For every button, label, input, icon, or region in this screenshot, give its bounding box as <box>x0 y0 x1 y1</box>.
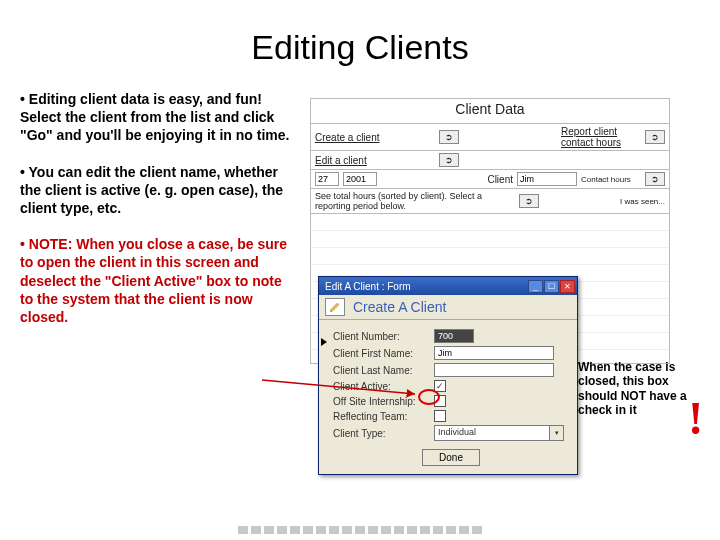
go-button-lookup[interactable] <box>645 172 665 186</box>
thumb[interactable] <box>407 526 417 534</box>
create-client-link[interactable]: Create a client <box>315 132 435 143</box>
first-name-field[interactable] <box>434 346 554 360</box>
bullet-2: • You can edit the client name, whether … <box>20 163 295 218</box>
last-name-field[interactable] <box>434 363 554 377</box>
thumb[interactable] <box>303 526 313 534</box>
label-first-name: Client First Name: <box>333 348 428 359</box>
exclamation-icon: ! <box>688 392 703 445</box>
thumb[interactable] <box>329 526 339 534</box>
thumb[interactable] <box>368 526 378 534</box>
thumb[interactable] <box>355 526 365 534</box>
go-button-edit[interactable] <box>439 153 459 167</box>
was-seen-label: I was seen... <box>620 197 665 206</box>
form-body: Client Number: Client First Name: Client… <box>319 320 577 474</box>
period-field-1[interactable] <box>315 172 339 186</box>
close-icon[interactable]: ✕ <box>560 280 575 293</box>
thumb[interactable] <box>446 526 456 534</box>
thumb[interactable] <box>251 526 261 534</box>
offsite-checkbox[interactable] <box>434 395 446 407</box>
form-heading: Create A Client <box>353 299 446 315</box>
thumb[interactable] <box>264 526 274 534</box>
label-reflecting: Reflecting Team: <box>333 411 428 422</box>
bullet-note: • NOTE: When you close a case, be sure t… <box>20 235 295 326</box>
thumb[interactable] <box>433 526 443 534</box>
thumb[interactable] <box>381 526 391 534</box>
chevron-down-icon[interactable]: ▾ <box>549 426 563 440</box>
contact-hours-label: Contact hours <box>581 175 641 184</box>
see-total-text: See total hours (sorted by client). Sele… <box>315 191 515 211</box>
done-button[interactable]: Done <box>422 449 480 466</box>
maximize-icon[interactable]: ☐ <box>544 280 559 293</box>
edit-client-link[interactable]: Edit a client <box>315 155 435 166</box>
label-client-number: Client Number: <box>333 331 428 342</box>
thumb[interactable] <box>238 526 248 534</box>
thumb[interactable] <box>394 526 404 534</box>
label-offsite: Off Site Internship: <box>333 396 428 407</box>
thumb[interactable] <box>459 526 469 534</box>
bullet-1: • Editing client data is easy, and fun! … <box>20 90 295 145</box>
edit-client-window: Edit A Client : Form _ ☐ ✕ Create A Clie… <box>318 276 578 475</box>
go-button-report[interactable] <box>645 130 665 144</box>
report-hours-link[interactable]: Report client contact hours <box>561 126 641 148</box>
client-number-field[interactable] <box>434 329 474 343</box>
client-select[interactable] <box>517 172 577 186</box>
thumb[interactable] <box>420 526 430 534</box>
thumb[interactable] <box>290 526 300 534</box>
go-button-create[interactable] <box>439 130 459 144</box>
label-client-type: Client Type: <box>333 428 428 439</box>
thumb[interactable] <box>277 526 287 534</box>
go-button-total[interactable] <box>519 194 539 208</box>
window-titlebar[interactable]: Edit A Client : Form _ ☐ ✕ <box>319 277 577 295</box>
thumb[interactable] <box>342 526 352 534</box>
page-title: Editing Clients <box>0 28 720 67</box>
pencil-icon <box>325 298 345 316</box>
client-label: Client <box>487 174 513 185</box>
client-type-dropdown[interactable]: Individual ▾ <box>434 425 564 441</box>
record-selector-icon[interactable] <box>321 338 327 346</box>
label-last-name: Client Last Name: <box>333 365 428 376</box>
client-type-value: Individual <box>435 426 549 440</box>
thumb[interactable] <box>316 526 326 534</box>
slide-thumbnails <box>0 526 720 534</box>
label-client-active: Client Active: <box>333 381 428 392</box>
period-field-2[interactable] <box>343 172 377 186</box>
reflecting-checkbox[interactable] <box>434 410 446 422</box>
annotation-text: When the case is closed, this box should… <box>578 360 688 418</box>
client-active-checkbox[interactable]: ✓ <box>434 380 446 392</box>
client-data-heading: Client Data <box>311 99 669 123</box>
minimize-icon[interactable]: _ <box>528 280 543 293</box>
window-title-text: Edit A Client : Form <box>325 281 528 292</box>
left-text-column: • Editing client data is easy, and fun! … <box>20 90 295 344</box>
thumb[interactable] <box>472 526 482 534</box>
